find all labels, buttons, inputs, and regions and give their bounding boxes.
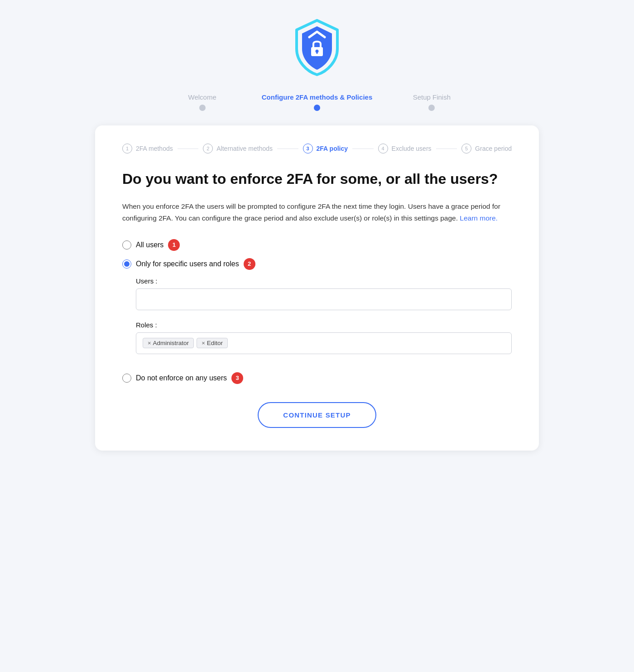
users-input[interactable] bbox=[136, 288, 512, 310]
sub-step-4-circle: 4 bbox=[378, 144, 388, 154]
sub-step-1[interactable]: 1 2FA methods bbox=[122, 144, 173, 154]
sub-step-1-circle: 1 bbox=[122, 144, 132, 154]
radio-no-enforce[interactable]: Do not enforce on any users 3 bbox=[122, 372, 512, 384]
badge-2: 2 bbox=[244, 258, 255, 270]
tag-editor-label: Editor bbox=[207, 340, 223, 346]
users-field-group: Users : bbox=[136, 277, 512, 310]
sub-step-5-circle: 5 bbox=[461, 144, 471, 154]
specific-users-subform: Users : Roles : × Administrator × Editor bbox=[136, 277, 512, 354]
radio-specific-users[interactable]: Only for specific users and roles 2 bbox=[122, 258, 512, 270]
tag-administrator-remove[interactable]: × bbox=[148, 340, 151, 346]
sub-step-1-label: 2FA methods bbox=[136, 145, 173, 152]
roles-field-group: Roles : × Administrator × Editor bbox=[136, 321, 512, 354]
main-card: 1 2FA methods 2 Alternative methods 3 2F… bbox=[95, 125, 539, 451]
sub-step-divider-1 bbox=[178, 149, 199, 149]
progress-step-welcome-label: Welcome bbox=[188, 93, 216, 101]
sub-step-4[interactable]: 4 Exclude users bbox=[378, 144, 432, 154]
radio-all-users-label: All users bbox=[136, 241, 163, 249]
sub-step-5-label: Grace period bbox=[475, 145, 512, 152]
progress-step-configure-label: Configure 2FA methods & Policies bbox=[262, 93, 372, 101]
sub-step-2-circle: 2 bbox=[203, 144, 213, 154]
badge-1: 1 bbox=[168, 239, 180, 251]
radio-specific-users-input[interactable] bbox=[122, 259, 131, 269]
learn-more-link[interactable]: Learn more. bbox=[460, 214, 498, 222]
radio-group: All users 1 Only for specific users and … bbox=[122, 239, 512, 384]
logo-container bbox=[292, 18, 342, 77]
tag-administrator: × Administrator bbox=[143, 338, 194, 348]
sub-step-5[interactable]: 5 Grace period bbox=[461, 144, 512, 154]
sub-step-3-circle: 3 bbox=[303, 144, 313, 154]
page-title: Do you want to enforce 2FA for some, or … bbox=[122, 170, 512, 188]
tag-administrator-label: Administrator bbox=[153, 340, 189, 346]
badge-3: 3 bbox=[231, 372, 243, 384]
progress-dot-finish bbox=[428, 105, 435, 111]
continue-btn-wrap: CONTINUE SETUP bbox=[122, 402, 512, 428]
users-label: Users : bbox=[136, 277, 512, 285]
progress-step-finish: Setup Finish bbox=[375, 93, 489, 111]
radio-all-users-input[interactable] bbox=[122, 240, 131, 250]
radio-specific-users-label: Only for specific users and roles bbox=[136, 260, 239, 268]
progress-step-configure: Configure 2FA methods & Policies bbox=[259, 93, 374, 111]
sub-step-3[interactable]: 3 2FA policy bbox=[303, 144, 348, 154]
sub-steps: 1 2FA methods 2 Alternative methods 3 2F… bbox=[122, 144, 512, 154]
logo-icon bbox=[292, 18, 342, 77]
progress-step-welcome: Welcome bbox=[145, 93, 259, 111]
radio-no-enforce-label: Do not enforce on any users bbox=[136, 374, 227, 382]
description-main: When you enforce 2FA the users will be p… bbox=[122, 202, 500, 222]
sub-step-divider-3 bbox=[352, 149, 374, 149]
roles-label: Roles : bbox=[136, 321, 512, 329]
radio-all-users[interactable]: All users 1 bbox=[122, 239, 512, 251]
svg-rect-2 bbox=[317, 51, 318, 54]
progress-bar: Welcome Configure 2FA methods & Policies… bbox=[145, 93, 489, 111]
progress-dot-configure bbox=[314, 105, 320, 111]
progress-dot-welcome bbox=[199, 105, 206, 111]
radio-no-enforce-input[interactable] bbox=[122, 374, 131, 383]
description: When you enforce 2FA the users will be p… bbox=[122, 201, 512, 225]
sub-step-divider-4 bbox=[436, 149, 457, 149]
sub-step-2[interactable]: 2 Alternative methods bbox=[203, 144, 273, 154]
sub-step-3-label: 2FA policy bbox=[317, 145, 348, 152]
sub-step-4-label: Exclude users bbox=[392, 145, 432, 152]
continue-setup-button[interactable]: CONTINUE SETUP bbox=[258, 402, 376, 428]
roles-tags-input[interactable]: × Administrator × Editor bbox=[136, 332, 512, 354]
progress-step-finish-label: Setup Finish bbox=[413, 93, 451, 101]
tag-editor-remove[interactable]: × bbox=[202, 340, 205, 346]
sub-step-divider-2 bbox=[277, 149, 298, 149]
tag-editor: × Editor bbox=[197, 338, 228, 348]
sub-step-2-label: Alternative methods bbox=[216, 145, 273, 152]
